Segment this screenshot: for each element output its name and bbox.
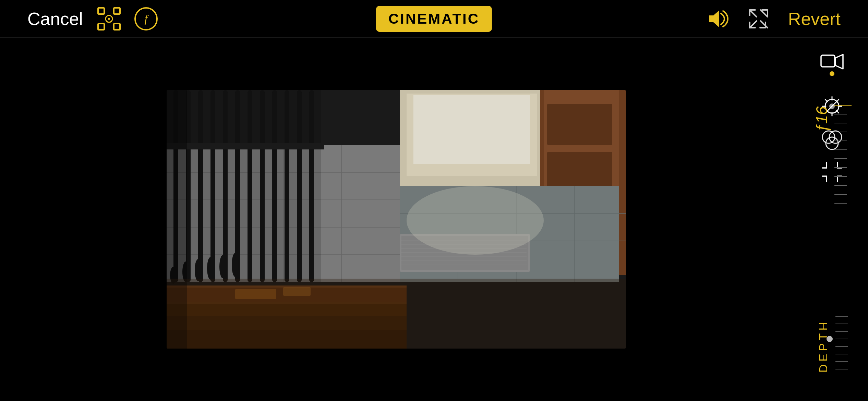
svg-rect-0	[98, 8, 104, 14]
top-bar-icons: f	[97, 7, 158, 31]
svg-point-5	[108, 18, 110, 20]
cancel-button[interactable]: Cancel	[27, 9, 83, 29]
depth-ticks	[835, 316, 848, 376]
depth-tick-2	[835, 324, 848, 324]
svg-line-80	[836, 99, 839, 102]
svg-rect-51	[309, 90, 314, 282]
cinematic-badge: CINEMATIC	[376, 6, 492, 32]
tick-6	[834, 158, 847, 159]
revert-button[interactable]: Revert	[788, 9, 841, 29]
depth-tick-7	[835, 361, 848, 362]
svg-rect-48	[272, 90, 277, 282]
svg-rect-11	[413, 95, 530, 164]
svg-rect-70	[821, 55, 835, 67]
svg-rect-2	[98, 24, 104, 30]
video-area	[0, 38, 793, 401]
video-camera-button[interactable]	[818, 48, 846, 75]
svg-point-55	[207, 257, 214, 280]
svg-rect-46	[248, 90, 252, 282]
depth-region: DEPTH	[796, 298, 868, 394]
svg-line-78	[825, 99, 828, 102]
depth-tick-active	[835, 339, 848, 339]
depth-tick-6	[835, 354, 848, 354]
focus-reticle-button[interactable]	[97, 7, 121, 31]
svg-rect-68	[167, 279, 626, 349]
aperture-region: ƒ16	[796, 103, 868, 308]
svg-point-56	[219, 255, 226, 278]
svg-rect-50	[297, 90, 302, 282]
tick-5	[834, 149, 847, 150]
tick-7	[834, 167, 847, 168]
svg-rect-3	[114, 24, 120, 30]
svg-point-69	[407, 186, 544, 255]
top-bar-left: Cancel f	[27, 7, 158, 31]
svg-rect-14	[547, 104, 612, 145]
depth-tick-1	[835, 316, 848, 317]
active-tool-indicator	[830, 71, 834, 76]
svg-rect-49	[285, 90, 289, 282]
aperture-ticks	[834, 103, 852, 212]
depth-tick-3	[835, 331, 848, 332]
svg-rect-1	[114, 8, 120, 14]
svg-rect-42	[198, 90, 203, 282]
top-bar: Cancel f CI	[0, 0, 868, 38]
tick-active	[834, 105, 852, 106]
depth-label: DEPTH	[817, 319, 830, 373]
depth-tick-8	[835, 369, 848, 369]
tick-9	[834, 185, 847, 186]
svg-rect-58	[167, 143, 324, 149]
tick-4	[834, 141, 847, 141]
tick-8	[834, 176, 847, 177]
depth-tick-5	[835, 346, 848, 347]
tick-1	[834, 114, 847, 114]
tick-11	[834, 203, 847, 204]
svg-rect-44	[223, 90, 228, 282]
svg-point-57	[232, 253, 239, 277]
svg-text:f: f	[144, 12, 149, 25]
svg-point-54	[195, 259, 202, 281]
tick-2	[834, 123, 847, 123]
video-frame	[167, 90, 626, 349]
top-bar-right: Revert	[704, 7, 841, 31]
tick-3	[834, 132, 847, 132]
top-bar-center: CINEMATIC	[376, 6, 492, 32]
depth-slider-thumb[interactable]	[827, 336, 833, 342]
aperture-value[interactable]: ƒ16	[812, 106, 831, 133]
svg-marker-71	[835, 54, 843, 69]
volume-button[interactable]	[704, 7, 729, 31]
tick-10	[834, 194, 847, 195]
f-function-button[interactable]: f	[134, 7, 158, 31]
svg-rect-43	[210, 90, 215, 282]
fullscreen-button[interactable]	[746, 7, 771, 31]
svg-rect-47	[260, 90, 265, 282]
